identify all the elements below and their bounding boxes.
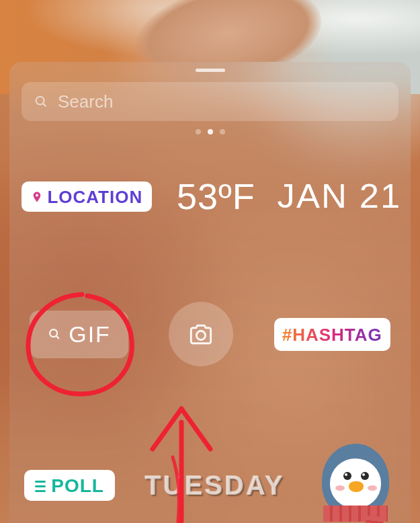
camera-sticker[interactable] [169, 302, 233, 366]
search-bar[interactable] [22, 82, 398, 121]
temperature-sticker[interactable]: 53ºF [177, 175, 255, 217]
day-label: TUESDAY [145, 471, 285, 501]
location-label: LOCATION [47, 187, 142, 208]
sticker-drawer[interactable]: LOCATION 53ºF JAN 21 GIF #HASHTAG [9, 62, 411, 523]
page-dot-active [208, 129, 213, 134]
hashtag-sticker[interactable]: #HASHTAG [274, 318, 390, 351]
svg-point-2 [50, 329, 57, 337]
svg-line-1 [43, 104, 46, 106]
svg-point-0 [36, 97, 44, 105]
search-icon [47, 327, 62, 341]
location-sticker[interactable]: LOCATION [22, 182, 152, 212]
svg-line-3 [56, 336, 59, 339]
poll-icon [35, 481, 46, 492]
camera-icon [186, 319, 216, 349]
page-indicator [9, 129, 411, 134]
drawer-grabber[interactable] [196, 69, 225, 72]
pin-icon [31, 190, 43, 204]
penguin-sticker[interactable] [315, 438, 396, 523]
svg-point-4 [197, 331, 206, 339]
poll-label: POLL [51, 475, 104, 497]
date-value: JAN 21 [277, 177, 401, 216]
date-sticker[interactable]: JAN 21 [277, 177, 401, 216]
gif-sticker[interactable]: GIF [30, 311, 128, 358]
search-input[interactable] [58, 91, 386, 112]
temperature-value: 53ºF [177, 175, 255, 217]
search-icon [34, 94, 48, 109]
gif-label: GIF [69, 321, 111, 348]
page-dot [196, 129, 201, 134]
page-dot [220, 129, 225, 134]
day-sticker[interactable]: TUESDAY [145, 471, 285, 501]
hashtag-label: #HASHTAG [282, 325, 382, 346]
poll-sticker[interactable]: POLL [24, 470, 115, 501]
penguin-icon [315, 438, 396, 523]
